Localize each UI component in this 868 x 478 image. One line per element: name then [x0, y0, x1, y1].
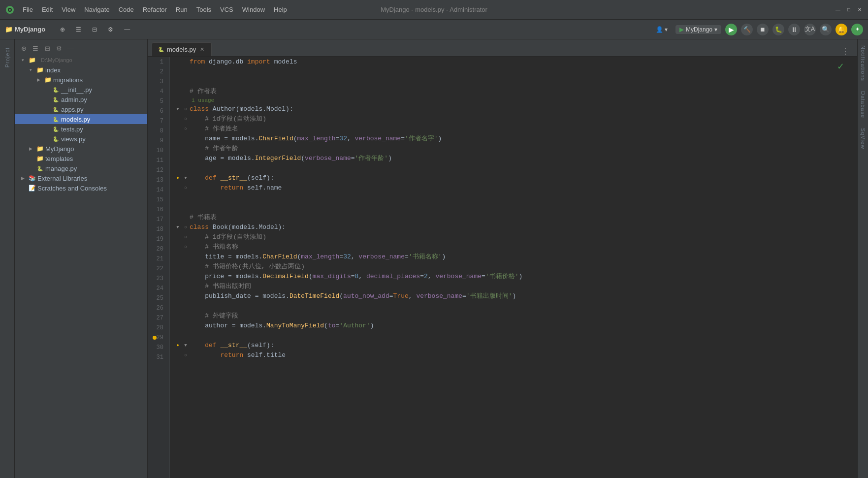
line-num-20: 20 [152, 244, 165, 254]
code-line-4: # 作者表 [174, 87, 853, 96]
editor-status-checkmark: ✓ [837, 61, 844, 72]
line-num-10: 10 [152, 146, 165, 156]
close-button[interactable]: ✕ [856, 6, 863, 13]
menu-view[interactable]: View [58, 4, 79, 15]
menu-help[interactable]: Help [270, 4, 291, 15]
folder-icon-index: 📁 [36, 66, 44, 74]
profile-button[interactable]: 👤 ▾ [652, 25, 672, 34]
database-panel-button[interactable]: Database [859, 87, 867, 122]
tree-item-mydjango-sub[interactable]: ▶ 📁 MyDjango [15, 144, 147, 154]
code-line-17: ▼ ○ class Book(models.Model): [174, 223, 853, 232]
translate-button[interactable]: 文A [804, 24, 816, 35]
folder-icon-templates: 📁 [36, 155, 44, 162]
code-line-20: title = models.CharField(max_length=32, … [174, 252, 853, 262]
line-num-25: 25 [152, 293, 165, 303]
tree-collapse-button[interactable]: ☰ [31, 43, 40, 53]
py-icon-tests: 🐍 [52, 125, 60, 133]
window-controls: — □ ✕ [835, 6, 863, 13]
tree-settings-button[interactable]: ⚙ [54, 43, 64, 53]
run-button[interactable]: ▶ [725, 24, 737, 35]
minimize-panel-button[interactable]: — [120, 25, 134, 34]
tree-item-migrations[interactable]: ▶ 📁 migrations [15, 75, 147, 85]
code-line-24: publish_date = models.DateTimeField(auto… [174, 291, 853, 301]
debug-button[interactable]: 🐛 [772, 24, 784, 35]
sqview-panel-button[interactable]: SqView [859, 124, 867, 153]
tree-label-admin: admin.py [61, 96, 87, 103]
notifications-button[interactable]: 🔔 [836, 24, 847, 35]
tree-add-button[interactable]: ⊕ [19, 43, 29, 53]
tree-minimize-button[interactable]: — [66, 43, 76, 53]
spacer-tests [42, 125, 50, 133]
tree-expand-button[interactable]: ⊟ [42, 43, 52, 53]
code-line-23: # 书籍出版时间 [174, 282, 853, 291]
settings-button[interactable]: ⚙ [104, 25, 117, 34]
project-strip-label[interactable]: Project [3, 43, 11, 71]
plugin-button[interactable]: ✦ [851, 24, 863, 35]
menu-run[interactable]: Run [172, 4, 192, 15]
menu-file[interactable]: File [19, 4, 37, 15]
code-block-4: # 作者表 1 usage [174, 87, 853, 104]
line-num-29: 29 [152, 333, 165, 343]
tree-item-init-py[interactable]: 🐍 __init__.py [15, 85, 147, 95]
tab-label: models.py [167, 46, 196, 53]
code-editor[interactable]: 1 2 3 4 5 6 7 8 9 10 11 12 13 14 15 16 1… [148, 57, 857, 478]
menu-code[interactable]: Code [115, 4, 138, 15]
file-tree-toolbar: ⊕ ☰ ⊟ ⚙ — [15, 41, 147, 55]
tree-item-templates[interactable]: 📁 templates [15, 154, 147, 163]
line-num-17: 17 [152, 215, 165, 224]
main-layout: Project ⊕ ☰ ⊟ ⚙ — ▾ 📁 D:\MyDjango ▾ 📁 in… [0, 39, 868, 478]
code-line-15 [174, 203, 853, 213]
tree-item-models-py[interactable]: 🐍 models.py [15, 114, 147, 124]
code-line-25 [174, 301, 853, 311]
tree-item-manage-py[interactable]: 🐍 manage.py [15, 163, 147, 173]
line-num-24: 24 [152, 284, 165, 293]
line-num-4: 4 [152, 87, 165, 96]
tab-models-py[interactable]: 🐍 models.py ✕ [152, 42, 212, 56]
menu-refactor[interactable]: Refactor [139, 4, 171, 15]
tree-item-views-py[interactable]: 🐍 views.py [15, 134, 147, 144]
line-num-9: 9 [152, 136, 165, 146]
menu-edit[interactable]: Edit [38, 4, 57, 15]
code-content[interactable]: from django.db import models # [170, 57, 857, 478]
tree-item-tests-py[interactable]: 🐍 tests.py [15, 124, 147, 134]
line-num-18: 18 [152, 224, 165, 234]
notifications-panel-button[interactable]: Notifications [859, 41, 867, 85]
menu-tools[interactable]: Tools [193, 4, 215, 15]
tree-label-templates: templates [45, 155, 73, 162]
tree-item-apps-py[interactable]: 🐍 apps.py [15, 104, 147, 114]
tab-options-button[interactable]: ⋮ [841, 47, 849, 56]
tree-item-mydjango-root[interactable]: ▾ 📁 D:\MyDjango [15, 55, 147, 65]
run-config[interactable]: ▶ MyDjango ▾ [675, 25, 721, 34]
menu-window[interactable]: Window [238, 4, 269, 15]
svg-point-2 [9, 9, 11, 11]
menu-vcs[interactable]: VCS [216, 4, 237, 15]
search-toolbar-button[interactable]: 🔍 [820, 24, 832, 35]
line-num-5: 5 [152, 96, 165, 106]
tree-label-apps: apps.py [61, 106, 84, 113]
tree-item-admin-py[interactable]: 🐍 admin.py [15, 95, 147, 104]
tree-label-migrations: migrations [53, 76, 83, 84]
line-num-7: 7 [152, 116, 165, 126]
line-num-16: 16 [152, 205, 165, 215]
build-button[interactable]: 🔨 [741, 24, 753, 35]
py-icon-init: 🐍 [52, 86, 60, 94]
pause-button[interactable]: ⏸ [788, 24, 800, 35]
collapse-all-button[interactable]: ☰ [72, 25, 85, 34]
tree-label-init: __init__.py [61, 86, 92, 94]
add-file-button[interactable]: ⊕ [56, 25, 69, 34]
line-num-21: 21 [152, 254, 165, 264]
stop-button[interactable]: ⏹ [757, 24, 769, 35]
tree-item-external-libs[interactable]: ▶ 📚 External Libraries [15, 173, 147, 183]
usage-hint-line: 1 usage [174, 96, 853, 104]
maximize-button[interactable]: □ [845, 6, 852, 13]
expand-all-button[interactable]: ⊟ [88, 25, 101, 34]
spacer-init [42, 86, 50, 94]
tree-label-ext-libs: External Libraries [37, 175, 87, 182]
minimize-button[interactable]: — [835, 6, 841, 13]
line-num-2: 2 [152, 67, 165, 77]
code-line-3 [174, 77, 853, 87]
tree-item-index[interactable]: ▾ 📁 index [15, 65, 147, 75]
tab-close-button[interactable]: ✕ [199, 46, 205, 53]
tree-item-scratches[interactable]: 📝 Scratches and Consoles [15, 183, 147, 193]
menu-navigate[interactable]: Navigate [80, 4, 113, 15]
